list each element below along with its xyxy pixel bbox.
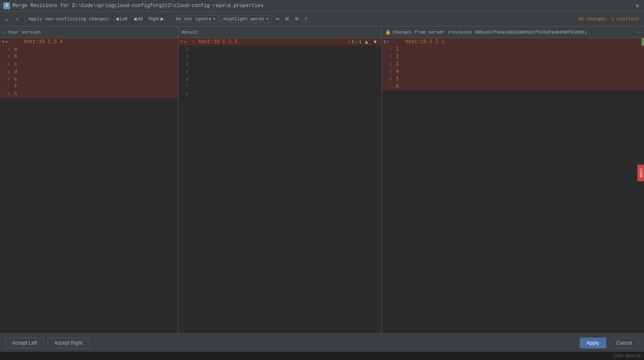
table-row: 8 xyxy=(178,90,381,98)
result-conflict-header: × » xyxy=(178,39,188,44)
app-icon: J xyxy=(3,2,10,9)
table-row: 4 3 xyxy=(382,61,644,68)
table-row: 5 xyxy=(178,68,381,75)
right-conflict-num: 1 xyxy=(383,39,386,44)
accept-right-button[interactable]: Accept Right xyxy=(47,338,90,348)
right-check-icon: ✓ xyxy=(638,29,641,35)
help-button[interactable]: ? xyxy=(302,15,309,23)
apply-right-button[interactable]: Right ▶ xyxy=(146,15,166,23)
result-conflict-row: × » 1 host:10.1.2.3 ⚠ 1 ⚠ 1 ▲ ▼ xyxy=(178,38,381,46)
window-title: Merge Revisions for D:\Code\springcloud-… xyxy=(12,3,634,9)
table-row: 6 xyxy=(178,75,381,83)
right-panel-header: 🔒 Changes from server (revision d0b1e87f… xyxy=(382,27,644,38)
accept-left-button[interactable]: Accept Left xyxy=(5,338,44,348)
toolbar: ▲ ▼ Apply non-conflicting changes: ◀ Lef… xyxy=(0,12,644,27)
table-row: 2 xyxy=(178,46,381,53)
result-code-area[interactable]: 2 3 4 5 6 7 8 xyxy=(178,46,381,333)
table-row: 5 d xyxy=(0,68,178,75)
toolbar-separator-2 xyxy=(169,15,170,23)
status-text: CSDN @w3x3g xyxy=(613,354,641,358)
toolbar-status: No changes. 1 conflict. xyxy=(578,17,642,22)
left-panel-title: Your version xyxy=(8,30,41,35)
highlight-dropdown[interactable]: Highlight words ▾ xyxy=(220,15,272,23)
right-x-btn[interactable]: × xyxy=(387,39,390,44)
next-conflict-button[interactable]: ▼ xyxy=(13,15,22,23)
left-x-btn[interactable]: × xyxy=(2,39,5,44)
table-row: 3 b xyxy=(0,53,178,61)
close-button[interactable]: ✕ xyxy=(634,2,641,9)
result-line-1-content: host:10.1.2.3 xyxy=(197,39,348,45)
table-row: 7 6 xyxy=(382,83,644,90)
bottom-bar: Accept Left Accept Right Apply Cancel xyxy=(0,333,644,352)
ignore-dropdown[interactable]: Do not ignore ▾ xyxy=(173,15,219,23)
result-x-left-btn[interactable]: × xyxy=(180,39,183,44)
left-panel: ✓ Your version × » host:10.1.2.4 2 a 3 b… xyxy=(0,27,178,333)
cancel-button[interactable]: Cancel xyxy=(610,338,639,348)
columns-button[interactable]: ⊞ xyxy=(283,15,291,23)
table-row: 6 5 xyxy=(382,75,644,83)
table-row: 3 2 xyxy=(382,53,644,61)
left-conflict-gutter: × » xyxy=(0,39,10,44)
left-filename: host:10.1.2.4 xyxy=(22,38,178,46)
result-panel-title: Result xyxy=(182,30,198,35)
right-panel-title: Changes from server (revision d0b1e87f86… xyxy=(393,30,587,35)
table-row: 2 1 xyxy=(382,46,644,53)
right-code-area[interactable]: 2 1 3 2 4 3 5 4 6 5 7 6 xyxy=(382,46,644,333)
left-code-area[interactable]: 2 a 3 b 4 c 5 d 6 e 7 f xyxy=(0,46,178,333)
right-filename: host:10.1.2.1 xyxy=(404,38,642,46)
right-filename-row: 1 × host:10.1.2.1 xyxy=(382,38,644,46)
table-row: 7 f xyxy=(0,83,178,90)
table-row: 2 a xyxy=(0,46,178,53)
result-nav-down[interactable]: ▼ xyxy=(371,39,379,45)
apply-button[interactable]: Apply xyxy=(580,338,606,348)
apply-left-button[interactable]: ◀ Left xyxy=(113,15,129,23)
table-row: 5 4 xyxy=(382,68,644,75)
right-conflict-indicator xyxy=(642,38,644,46)
left-check-icon: ✓ xyxy=(3,29,6,35)
lock-icon: 🔒 xyxy=(385,29,391,35)
bottom-right-actions: Apply Cancel xyxy=(580,338,639,348)
result-arrow-right-btn[interactable]: » xyxy=(184,39,187,44)
watermark-banner: CSDN xyxy=(637,165,644,181)
table-row: 8 h xyxy=(0,90,178,98)
apply-nonconflicting-label: Apply non-conflicting changes: xyxy=(29,17,111,22)
prev-conflict-button[interactable]: ▲ xyxy=(2,15,11,23)
split-button[interactable]: ⇔ xyxy=(273,15,281,23)
table-row: 4 xyxy=(178,61,381,68)
result-warnings: ⚠ 1 ⚠ 1 ▲ ▼ xyxy=(348,39,381,45)
left-arrow-btn[interactable]: » xyxy=(5,39,8,44)
right-conflict-gutter: 1 × xyxy=(382,39,391,44)
title-bar: J Merge Revisions for D:\Code\springclou… xyxy=(0,0,644,12)
result-panel-header: Result xyxy=(178,27,381,38)
merge-container: ✓ Your version × » host:10.1.2.4 2 a 3 b… xyxy=(0,27,644,333)
warning-icon-1: ⚠ xyxy=(348,39,350,44)
result-panel: Result × » 1 host:10.1.2.3 ⚠ 1 ⚠ 1 ▲ ▼ 2 xyxy=(178,27,382,333)
table-row: 4 c xyxy=(0,61,178,68)
status-bar: CSDN @w3x3g xyxy=(0,352,644,360)
toolbar-separator-1 xyxy=(25,15,25,23)
table-row: 3 xyxy=(178,53,381,61)
result-nav-up[interactable]: ▲ xyxy=(363,39,370,45)
settings-button[interactable]: ⚙ xyxy=(293,15,301,23)
warning-icon-2: ⚠ xyxy=(355,39,358,44)
apply-all-button[interactable]: ◀ All xyxy=(131,15,145,23)
table-row: 7 xyxy=(178,83,381,90)
right-panel: 🔒 Changes from server (revision d0b1e87f… xyxy=(382,27,644,333)
left-panel-header: ✓ Your version xyxy=(0,27,178,38)
table-row: 6 e xyxy=(0,75,178,83)
left-filename-row: × » host:10.1.2.4 xyxy=(0,38,178,46)
